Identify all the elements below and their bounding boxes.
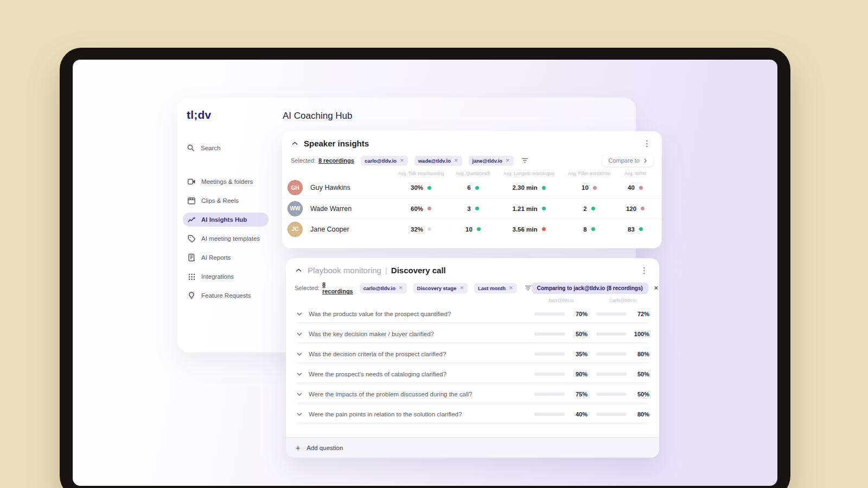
chevron-down-icon[interactable] [297,371,303,377]
close-icon[interactable]: ✕ [399,285,403,291]
status-dot [591,227,595,231]
speaker-insights-panel: Speaker insights ⋮ Selected: 8 recording… [282,131,662,248]
compare-to-button[interactable]: Compare to [602,155,653,166]
sidebar-item-label: AI meeting templates [201,235,260,242]
speaker-name: Jane Cooper [310,226,393,233]
chip-label: Last month [478,285,506,291]
question-row[interactable]: Was the decision criteria of the prospec… [293,346,652,362]
chip-label: jane@tldv.io [473,158,503,164]
sidebar-item-label: Meetings & folders [201,178,253,185]
progress-bar [596,312,627,316]
question-row[interactable]: Were the prospect's needs of cataloging … [293,366,652,382]
sidebar-item-ai-meeting-templates[interactable]: AI meeting templates [183,232,269,246]
selected-label: Selected: [291,157,316,164]
close-icon[interactable]: ✕ [400,158,404,163]
chevron-down-icon[interactable] [297,311,303,317]
title-separator: | [385,266,387,275]
close-icon[interactable]: ✕ [454,158,458,163]
status-dot [639,227,643,231]
question-row[interactable]: Were the impacts of the problem discusse… [293,386,652,402]
sidebar-item-label: Integrations [201,273,234,280]
kebab-menu-icon[interactable]: ⋮ [638,265,650,275]
filter-chip[interactable]: jane@tldv.io ✕ [469,156,514,166]
progress-bar [596,332,627,336]
clapperboard-icon [187,196,196,205]
progress-bar [534,352,565,356]
filter-chip[interactable]: Discovery stage ✕ [413,283,468,293]
metric-value: 2.30 min [512,184,537,191]
sidebar-item-clips-reels[interactable]: Clips & Reels [183,194,269,208]
bar-column-header: Jack@tldv.io [534,298,588,303]
sidebar-item-label: AI Insights Hub [201,216,247,223]
filter-chip[interactable]: carlo@tldv.io ✕ [360,283,407,293]
progress-bar [534,332,565,336]
column-header: Avg. Longest monologue [497,171,561,176]
question-text: Was the key decision maker / buyer clari… [309,331,534,337]
question-text: Was the products value for the prospect … [309,311,534,317]
status-dot [639,186,643,190]
page-title: AI Coaching Hub [283,111,353,121]
table-row[interactable]: JC Jane Cooper 32% 10 3.56 min 8 83 [282,219,662,239]
close-icon[interactable]: ✕ [506,158,510,163]
chevron-right-icon [644,158,647,163]
lightbulb-icon [187,291,196,300]
sidebar-item-label: AI Reports [201,254,231,261]
filter-funnel-icon[interactable] [521,158,528,163]
recordings-link[interactable]: 8 recordings [318,157,354,164]
chevron-down-icon[interactable] [297,351,303,357]
close-icon[interactable]: ✕ [509,285,513,291]
status-dot [427,186,431,190]
metric-value: 3 [467,206,470,212]
add-question-button[interactable]: + Add question [286,437,659,458]
filter-chip[interactable]: Last month ✕ [474,283,517,293]
percent-value: 72% [631,311,649,317]
comparing-badge[interactable]: Comparing to jack@tldv.io (8 recordings) [532,282,648,294]
question-text: Was the decision criteria of the prospec… [309,351,534,357]
percent-value: 70% [569,311,588,317]
close-icon[interactable]: ✕ [459,285,464,291]
filter-chip[interactable]: wade@tldv.io ✕ [414,156,462,166]
close-icon[interactable]: ✕ [654,285,659,292]
sidebar-item-meetings-folders[interactable]: Meetings & folders [183,175,269,189]
column-header: Avg. WPM [617,171,653,176]
status-dot [427,207,431,210]
sidebar-item-ai-reports[interactable]: AI Reports [183,251,269,265]
metric-value: 3.56 min [512,226,537,233]
sidebar-item-ai-insights-hub[interactable]: AI Insights Hub [183,213,269,227]
table-column-headers: Avg. Talk time/meeting Avg. Questions/h … [393,171,653,176]
collapse-chevron-up-icon[interactable] [295,267,302,274]
chevron-down-icon[interactable] [297,331,303,337]
question-text: Were the pain points in relation to the … [309,411,534,418]
status-dot [542,207,546,210]
question-row[interactable]: Was the key decision maker / buyer clari… [293,326,652,342]
filter-chip[interactable]: carlo@tldv.io ✕ [361,156,408,166]
screen: tl;dv Search Meetings & folders [73,60,777,486]
sidebar-item-feature-requests[interactable]: Feature Requests [183,288,269,303]
collapse-chevron-up-icon[interactable] [291,140,298,147]
avatar: JC [288,222,303,237]
chip-label: carlo@tldv.io [363,285,395,291]
question-row[interactable]: Were the pain points in relation to the … [293,406,652,422]
column-header: Avg. Questions/h [449,171,497,176]
metric-value: 6 [467,184,470,191]
status-dot [641,207,644,210]
percent-value: 80% [631,351,649,357]
chip-label: wade@tldv.io [418,158,451,164]
column-header: Avg. Talk time/meeting [393,171,449,176]
template-tag-icon [187,234,196,243]
recordings-link[interactable]: 8 recordings [322,281,353,294]
metric-value: 30% [411,184,423,191]
column-header: Avg. Filler words/min [561,171,617,176]
chevron-down-icon[interactable] [297,391,303,397]
sidebar-item-integrations[interactable]: Integrations [183,269,269,284]
report-file-icon [187,253,196,262]
progress-bar [534,413,565,416]
search-button[interactable]: Search [187,144,220,152]
chevron-down-icon[interactable] [297,411,303,418]
table-row[interactable]: GH Guy Hawkins 30% 6 2.30 min 10 40 [282,177,662,198]
table-row[interactable]: WW Wade Warren 60% 3 1.21 min 2 120 [282,198,662,219]
filter-funnel-icon[interactable] [525,285,532,291]
question-row[interactable]: Was the products value for the prospect … [293,306,652,322]
speaker-name: Guy Hawkins [310,184,393,191]
kebab-menu-icon[interactable]: ⋮ [641,138,653,149]
